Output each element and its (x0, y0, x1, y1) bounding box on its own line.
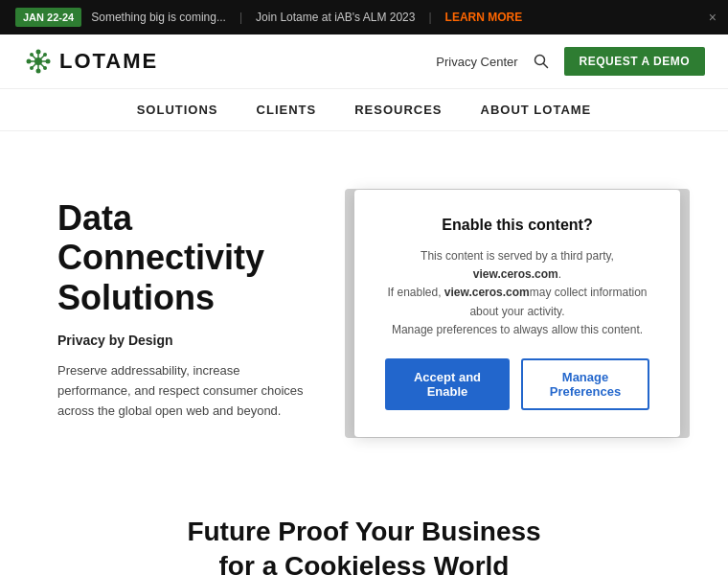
below-hero-title-line2: for a Cookieless World (219, 551, 510, 575)
manage-preferences-button[interactable]: Manage Preferences (521, 358, 649, 410)
svg-line-18 (543, 64, 547, 68)
logo[interactable]: LOTAME (23, 46, 158, 77)
hero-description: Preserve addressability, increase perfor… (57, 361, 307, 421)
nav-item-about-lotame[interactable]: ABOUT LOTAME (481, 103, 592, 117)
hero-title: Data Connectivity Solutions (57, 198, 307, 317)
below-hero-section: Future Proof Your Business for a Cookiel… (0, 476, 728, 575)
nav-item-resources[interactable]: RESOURCES (354, 103, 442, 117)
cookie-modal-description: This content is served by a third party,… (385, 247, 649, 339)
cookie-modal-buttons: Accept and Enable Manage Preferences (385, 358, 649, 410)
cookie-domain-link1[interactable]: view.ceros.com (473, 267, 558, 281)
accept-enable-button[interactable]: Accept and Enable (385, 358, 510, 410)
nav-item-clients[interactable]: CLIENTS (257, 103, 317, 117)
announcement-bar: JAN 22-24 Something big is coming... | J… (0, 0, 728, 34)
date-badge: JAN 22-24 (15, 8, 81, 27)
header-right: Privacy Center REQUEST A DEMO (436, 47, 705, 76)
separator-2: | (428, 11, 431, 24)
learn-more-link[interactable]: LEARN MORE (445, 11, 523, 24)
below-hero-title: Future Proof Your Business for a Cookiel… (23, 515, 705, 575)
announcement-join-text: Join Lotame at iAB's ALM 2023 (256, 11, 415, 24)
cookie-consent-modal: Enable this content? This content is ser… (354, 190, 680, 437)
logo-icon (23, 46, 54, 77)
cookie-desc-dot: . (558, 267, 561, 281)
hero-section: Data Connectivity Solutions Privacy by D… (0, 131, 728, 476)
cookie-desc-if: If enabled, (387, 286, 444, 299)
announcement-text: Something big is coming... (91, 11, 226, 24)
hero-text: Data Connectivity Solutions Privacy by D… (57, 189, 307, 422)
privacy-center-link[interactable]: Privacy Center (436, 55, 517, 69)
cookie-desc-line1: This content is served by a third party, (421, 249, 614, 263)
search-button[interactable] (530, 50, 553, 73)
separator-1: | (239, 11, 242, 24)
hero-content-area: Enable this content? This content is ser… (345, 189, 690, 438)
below-hero-title-line1: Future Proof Your Business (187, 517, 540, 546)
cookie-modal-title: Enable this content? (385, 217, 649, 234)
cookie-desc-line4: Manage preferences to always allow this … (392, 323, 643, 336)
search-icon (534, 54, 549, 69)
logo-text: LOTAME (59, 49, 158, 74)
main-nav: SOLUTIONS CLIENTS RESOURCES ABOUT LOTAME (0, 89, 728, 131)
request-demo-button[interactable]: REQUEST A DEMO (564, 47, 705, 76)
header: LOTAME Privacy Center REQUEST A DEMO (0, 34, 728, 89)
close-button[interactable]: × (709, 10, 717, 25)
hero-subtitle: Privacy by Design (57, 333, 307, 348)
cookie-domain-link2[interactable]: view.ceros.com (444, 286, 530, 299)
nav-item-solutions[interactable]: SOLUTIONS (137, 103, 218, 117)
